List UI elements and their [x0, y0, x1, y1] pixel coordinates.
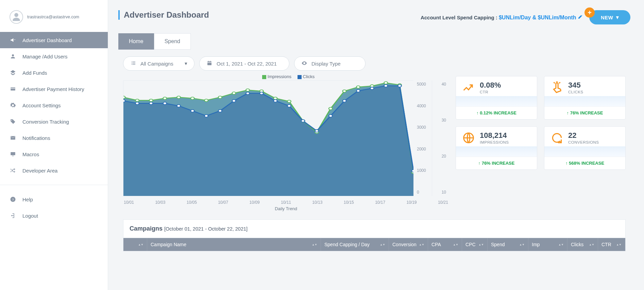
col-checkbox[interactable]: ▲▼ [123, 238, 147, 251]
user-icon [10, 53, 16, 59]
x-axis-title: Daily Trend [123, 206, 449, 213]
svg-rect-3 [12, 156, 14, 157]
chart-svg [123, 81, 413, 196]
col-clicks[interactable]: Clicks▲▼ [567, 238, 598, 251]
sidebar-item-macros[interactable]: Macros [0, 146, 108, 162]
svg-text:?: ? [12, 198, 14, 201]
sidebar-item-label: Account Settings [22, 103, 61, 108]
svg-point-44 [287, 105, 291, 107]
sidebar-item-add-funds[interactable]: Add Funds [0, 65, 108, 81]
filter-label: Display Type [311, 61, 341, 67]
sidebar-item-advertiser-dashboard[interactable]: Advertiser Dashboard [0, 32, 108, 48]
sidebar-item-conversion-tracking[interactable]: Conversion Tracking [0, 113, 108, 130]
stat-card-impressions: 108,214IMPRESSIONS 76% INCREASE [456, 126, 537, 170]
svg-point-37 [191, 110, 194, 112]
svg-point-26 [343, 90, 346, 92]
y-axis-right: 40302010 [432, 80, 449, 196]
svg-point-34 [149, 102, 153, 105]
stat-card-ctr: 0.08%CTR 0.12% INCREASE [456, 76, 537, 120]
stat-label: CLICKS [568, 90, 583, 94]
stat-card-clicks: 345CLICKS 76% INCREASE [544, 76, 626, 120]
svg-point-12 [149, 99, 153, 102]
pencil-icon[interactable] [578, 15, 583, 20]
legend-swatch-clicks [298, 75, 302, 79]
tab-spend[interactable]: Spend [154, 33, 191, 50]
sidebar-item-notifications[interactable]: Notifications [0, 130, 108, 146]
col-ctr[interactable]: CTR▲▼ [598, 238, 625, 251]
svg-point-40 [232, 99, 236, 102]
filter-display-type[interactable]: Display Type [294, 56, 366, 71]
col-spend[interactable]: Spend▲▼ [488, 238, 528, 251]
stat-value: 22 [568, 131, 599, 139]
new-button-label: NEW [601, 15, 613, 20]
sidebar-item-developer-area[interactable]: Developer Area [0, 162, 108, 179]
svg-point-13 [163, 97, 167, 99]
sidebar-item-label: Notifications [22, 135, 50, 141]
sidebar-item-logout[interactable]: Logout [0, 207, 108, 224]
tag-icon [10, 119, 16, 125]
sidebar-item-payment-history[interactable]: Advertiser Payment History [0, 81, 108, 97]
trend-up-icon [462, 81, 475, 94]
sidebar: trastrastrca@astastrve.com Advertiser Da… [0, 0, 108, 290]
col-spend-capping[interactable]: Spend Capping / Day▲▼ [321, 238, 389, 251]
svg-point-22 [287, 100, 291, 103]
svg-point-15 [191, 97, 194, 99]
svg-point-29 [384, 81, 388, 84]
sidebar-item-label: Conversion Tracking [22, 119, 69, 125]
svg-rect-9 [210, 61, 211, 62]
svg-point-21 [274, 97, 277, 99]
svg-point-47 [329, 115, 332, 117]
filter-campaigns[interactable]: All Campaigns ▾ [123, 56, 194, 71]
svg-point-51 [384, 85, 388, 87]
help-icon: ? [10, 196, 16, 202]
svg-point-33 [135, 102, 139, 105]
header: Advertiser Dashboard Account Level Spend… [118, 10, 630, 24]
page-title-wrap: Advertiser Dashboard [118, 10, 209, 20]
stat-card-conversions: 22CONVERSIONS 568% INCREASE [544, 126, 626, 170]
new-button[interactable]: NEW ▾ [589, 10, 630, 24]
tab-label: Spend [165, 38, 180, 44]
legend-swatch-impressions [262, 75, 266, 79]
nav: Advertiser Dashboard Manage /Add Users A… [0, 32, 108, 290]
col-cpa[interactable]: CPA▲▼ [428, 238, 462, 251]
plus-icon[interactable]: + [584, 7, 595, 18]
filter-date-range[interactable]: Oct 1, 2021 - Oct 22, 2021 [199, 56, 289, 71]
stat-label: IMPRESSIONS [480, 140, 509, 144]
svg-point-17 [218, 96, 222, 98]
spend-cap-text: Account Level Spend Capping : $UNLim/Day… [421, 14, 583, 21]
stat-value: 345 [568, 81, 583, 89]
avatar[interactable] [10, 10, 23, 24]
col-conversion[interactable]: Conversion▲▼ [389, 238, 428, 251]
filter-bar: All Campaigns ▾ Oct 1, 2021 - Oct 22, 20… [118, 51, 630, 74]
sidebar-item-help[interactable]: ? Help [0, 191, 108, 207]
title-accent-bar [118, 10, 120, 20]
col-campaign-name[interactable]: Campaign Name▲▼ [147, 238, 321, 251]
profile-block: trastrastrca@astastrve.com [0, 10, 108, 32]
stat-change: 76% INCREASE [544, 106, 625, 119]
sparkline [456, 96, 537, 106]
svg-point-53 [412, 170, 413, 172]
sidebar-item-label: Manage /Add Users [22, 54, 68, 59]
legend-label: Impressions [268, 74, 291, 79]
svg-point-42 [260, 92, 263, 94]
col-imp[interactable]: Imp▲▼ [528, 238, 567, 251]
card-icon [10, 86, 16, 92]
svg-rect-7 [207, 62, 211, 63]
sidebar-item-label: Advertiser Payment History [22, 86, 84, 92]
sidebar-item-account-settings[interactable]: Account Settings [0, 97, 108, 113]
chart-and-stats: Impressions Clicks 500040003000200010000… [118, 74, 630, 213]
col-cpc[interactable]: CPC▲▼ [462, 238, 488, 251]
svg-point-27 [356, 86, 360, 88]
funds-icon [10, 70, 16, 76]
cap-label: Account Level Spend Capping : [421, 15, 499, 20]
svg-point-25 [329, 107, 332, 110]
user-icon [12, 12, 21, 22]
sidebar-item-manage-users[interactable]: Manage /Add Users [0, 48, 108, 65]
tab-home[interactable]: Home [118, 33, 154, 50]
stat-change: 568% INCREASE [544, 157, 625, 169]
sparkline [456, 146, 537, 157]
filter-label: Oct 1, 2021 - Oct 22, 2021 [217, 61, 277, 67]
svg-point-16 [204, 99, 208, 102]
svg-point-41 [246, 92, 249, 94]
cap-value: $UNLim/Day & $UNLim/Month [499, 15, 576, 20]
